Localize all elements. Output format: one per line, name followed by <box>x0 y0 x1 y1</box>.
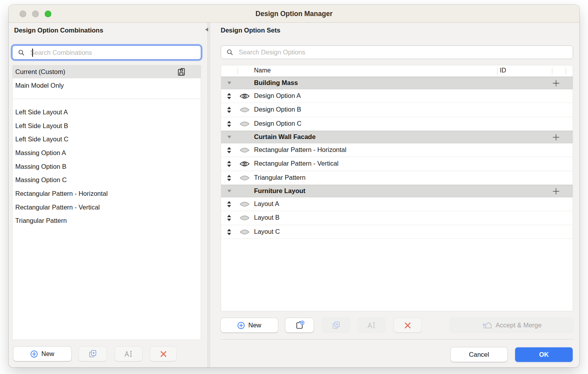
combination-item[interactable]: Massing Option B <box>13 160 201 173</box>
combination-item-current[interactable]: Current (Custom) <box>13 65 201 78</box>
combination-item[interactable]: Triangular Pattern <box>13 214 201 228</box>
drag-handle-icon[interactable] <box>227 106 232 114</box>
column-divider <box>238 68 238 74</box>
rename-combination-button[interactable] <box>115 347 142 361</box>
set-group-row[interactable]: Curtain Wall Facade <box>221 131 573 143</box>
duplicate-option-button[interactable] <box>322 318 350 332</box>
combination-item[interactable]: Massing Option C <box>13 173 201 187</box>
sets-table-header: Name ID <box>221 65 573 77</box>
new-set-button[interactable]: New <box>221 318 278 332</box>
design-option-row[interactable]: Rectangular Pattern - Horizontal <box>221 143 573 157</box>
combination-item[interactable]: Massing Option A <box>13 146 201 160</box>
drag-handle-icon[interactable] <box>227 201 232 208</box>
add-option-button[interactable] <box>552 188 560 195</box>
drag-handle-icon[interactable] <box>227 160 232 168</box>
new-button-label: New <box>41 350 54 358</box>
option-name: Design Option C <box>254 120 301 127</box>
combination-item[interactable]: Left Side Layout C <box>13 132 201 146</box>
design-option-row[interactable]: Design Option B <box>221 103 573 117</box>
add-option-button[interactable] <box>552 134 560 141</box>
combination-item[interactable]: Rectangular Pattern - Vertical <box>13 201 201 214</box>
drag-handle-icon[interactable] <box>227 228 232 236</box>
design-option-manager-window: Design Option Manager Design Option Comb… <box>9 5 579 367</box>
combinations-search[interactable] <box>12 45 201 60</box>
combinations-search-input[interactable] <box>25 46 201 59</box>
combination-list: Current (Custom) Main Model Only Left Si… <box>12 65 201 340</box>
save-icon[interactable] <box>176 67 186 78</box>
plus-circle-icon <box>237 322 245 329</box>
new-option-in-set-button[interactable] <box>285 318 314 332</box>
option-name: Design Option B <box>254 106 301 113</box>
drag-handle-icon[interactable] <box>227 174 232 182</box>
combination-items: Left Side Layout ALeft Side Layout BLeft… <box>13 99 201 228</box>
ok-label: OK <box>539 351 549 358</box>
combination-item[interactable]: Rectangular Pattern - Horizontal <box>13 187 201 201</box>
combinations-actions: New <box>9 347 207 361</box>
accept-merge-button[interactable]: Accept & Merge <box>450 318 573 332</box>
plus-circle-icon <box>30 350 38 358</box>
duplicate-icon <box>331 320 341 330</box>
accept-merge-label: Accept & Merge <box>495 322 541 329</box>
new-set-folder-icon <box>294 320 305 331</box>
eye-hidden-icon[interactable] <box>240 201 250 208</box>
eye-hidden-icon[interactable] <box>240 147 250 154</box>
collapse-panel-icon[interactable] <box>205 26 209 33</box>
drag-handle-icon[interactable] <box>227 92 232 100</box>
design-option-row[interactable]: Rectangular Pattern - Vertical <box>221 157 573 171</box>
combination-label: Current (Custom) <box>15 68 65 76</box>
option-name: Layout A <box>254 200 279 208</box>
rename-icon <box>367 321 377 330</box>
panel-splitter[interactable] <box>207 23 210 367</box>
disclosure-triangle-icon[interactable] <box>227 81 232 85</box>
combinations-panel: Design Option Combinations Current (Cust… <box>9 23 207 367</box>
column-divider <box>497 68 497 74</box>
combinations-heading: Design Option Combinations <box>14 27 103 34</box>
disclosure-triangle-icon[interactable] <box>227 135 232 139</box>
design-option-row[interactable]: Design Option A <box>221 89 573 103</box>
sets-table-body: Building MassDesign Option ADesign Optio… <box>221 77 573 239</box>
combination-item[interactable]: Main Model Only <box>13 78 201 92</box>
sets-search-input[interactable] <box>233 46 573 59</box>
delete-option-button[interactable] <box>394 318 421 332</box>
design-option-row[interactable]: Layout A <box>221 197 573 211</box>
delete-combination-button[interactable] <box>150 347 176 361</box>
eye-visible-icon[interactable] <box>240 161 250 167</box>
eye-visible-icon[interactable] <box>240 93 250 99</box>
design-option-row[interactable]: Triangular Pattern <box>221 171 573 185</box>
design-option-row[interactable]: Layout B <box>221 211 573 225</box>
cancel-button[interactable]: Cancel <box>451 347 507 362</box>
new-combination-button[interactable]: New <box>13 347 71 361</box>
duplicate-combination-button[interactable] <box>79 347 107 361</box>
combination-item[interactable]: Left Side Layout B <box>13 119 201 133</box>
set-group-row[interactable]: Building Mass <box>221 77 573 89</box>
combination-item[interactable]: Left Side Layout A <box>13 105 201 119</box>
drag-handle-icon[interactable] <box>227 120 232 128</box>
sets-search[interactable] <box>221 45 573 59</box>
set-group-row[interactable]: Furniture Layout <box>221 185 573 197</box>
eye-hidden-icon[interactable] <box>240 215 250 221</box>
option-name: Layout C <box>254 228 280 235</box>
add-option-button[interactable] <box>552 79 560 87</box>
sets-heading: Design Option Sets <box>221 27 280 34</box>
drag-handle-icon[interactable] <box>227 214 232 222</box>
dialog-content: Design Option Combinations Current (Cust… <box>9 23 579 367</box>
eye-hidden-icon[interactable] <box>240 175 250 181</box>
design-option-row[interactable]: Design Option C <box>221 117 573 131</box>
id-column-header: ID <box>500 67 506 74</box>
design-option-row[interactable]: Layout C <box>221 225 573 239</box>
new-button-label: New <box>248 322 261 329</box>
titlebar: Design Option Manager <box>9 5 579 23</box>
sets-table: Name ID Building MassDesign Option ADesi… <box>221 65 573 311</box>
option-name: Rectangular Pattern - Horizontal <box>254 146 347 154</box>
rename-option-button[interactable] <box>358 318 385 332</box>
eye-hidden-icon[interactable] <box>240 229 250 235</box>
eye-hidden-icon[interactable] <box>240 107 250 113</box>
eye-hidden-icon[interactable] <box>240 121 250 127</box>
option-name: Triangular Pattern <box>254 174 305 181</box>
disclosure-triangle-icon[interactable] <box>227 189 232 193</box>
drag-handle-icon[interactable] <box>227 146 232 154</box>
rename-icon <box>123 349 134 359</box>
sets-panel: Design Option Sets Name ID Building Mass… <box>210 23 579 367</box>
ok-button[interactable]: OK <box>515 347 573 362</box>
column-divider <box>566 68 566 74</box>
